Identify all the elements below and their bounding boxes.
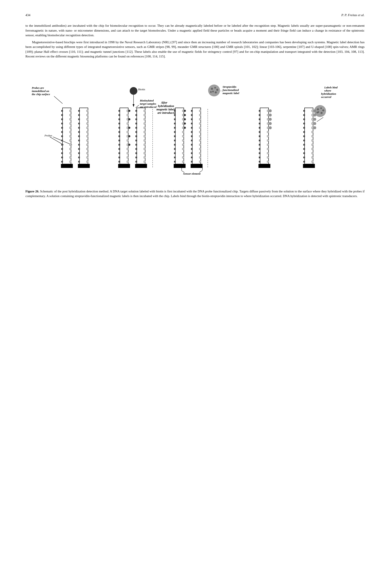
svg-rect-55 xyxy=(87,131,88,133)
svg-rect-258 xyxy=(303,123,305,124)
svg-rect-190 xyxy=(191,144,193,145)
svg-point-242 xyxy=(269,122,272,125)
svg-text:magnetic label: magnetic label xyxy=(223,91,239,95)
svg-rect-199 xyxy=(199,127,201,129)
svg-rect-170 xyxy=(182,127,184,129)
svg-rect-160 xyxy=(174,157,176,158)
svg-rect-53 xyxy=(87,123,88,124)
svg-point-136 xyxy=(208,85,220,96)
main-text: to the immobilized antibodies) are incub… xyxy=(25,23,365,59)
svg-rect-185 xyxy=(191,123,193,124)
svg-rect-27 xyxy=(70,131,71,133)
svg-rect-279 xyxy=(312,136,313,137)
svg-rect-251 xyxy=(267,157,269,158)
svg-rect-59 xyxy=(87,148,88,150)
svg-rect-257 xyxy=(303,118,305,120)
svg-rect-253 xyxy=(303,164,315,168)
svg-rect-154 xyxy=(174,131,176,133)
svg-rect-230 xyxy=(259,144,260,145)
svg-rect-35 xyxy=(78,164,90,168)
svg-text:Sensor element: Sensor element xyxy=(183,172,200,175)
svg-rect-196 xyxy=(199,114,201,116)
svg-point-238 xyxy=(269,114,272,117)
svg-point-95 xyxy=(128,135,130,137)
svg-rect-40 xyxy=(78,123,80,124)
svg-rect-204 xyxy=(199,148,201,150)
svg-rect-186 xyxy=(191,127,193,129)
svg-text:Probes: Probes xyxy=(44,134,52,137)
svg-point-138 xyxy=(214,87,216,89)
svg-rect-102 xyxy=(127,161,128,163)
svg-rect-11 xyxy=(61,118,63,120)
svg-rect-93 xyxy=(127,131,128,133)
svg-rect-248 xyxy=(267,144,269,145)
svg-rect-116 xyxy=(136,157,137,158)
svg-rect-52 xyxy=(87,118,88,120)
svg-rect-41 xyxy=(78,127,80,129)
svg-rect-96 xyxy=(127,140,128,141)
svg-point-163 xyxy=(184,110,186,112)
svg-rect-130 xyxy=(144,161,146,163)
svg-rect-118 xyxy=(144,110,146,112)
svg-rect-50 xyxy=(87,110,88,112)
svg-rect-62 xyxy=(87,161,88,163)
svg-rect-37 xyxy=(78,110,80,112)
page-author: P. P. Freitas et al. xyxy=(341,13,365,17)
svg-text:occurred: occurred xyxy=(321,95,331,98)
figure-caption: Figure 26. Schematic of the post hybridi… xyxy=(25,189,365,199)
svg-rect-91 xyxy=(127,127,128,129)
svg-rect-252 xyxy=(267,161,269,163)
svg-line-286 xyxy=(317,117,323,122)
svg-point-169 xyxy=(184,123,186,125)
svg-rect-197 xyxy=(199,118,201,120)
svg-rect-250 xyxy=(267,152,269,154)
svg-rect-206 xyxy=(199,157,201,158)
svg-rect-119 xyxy=(144,114,146,116)
svg-rect-188 xyxy=(191,136,193,137)
svg-text:magnetic labels: magnetic labels xyxy=(156,108,176,111)
svg-rect-276 xyxy=(312,127,313,129)
svg-rect-113 xyxy=(136,144,137,145)
svg-rect-26 xyxy=(70,127,71,129)
svg-point-89 xyxy=(128,118,130,120)
svg-rect-246 xyxy=(267,136,269,137)
svg-rect-264 xyxy=(303,148,305,150)
svg-point-271 xyxy=(313,114,316,117)
svg-point-240 xyxy=(269,118,272,121)
svg-rect-117 xyxy=(136,161,137,163)
svg-point-219 xyxy=(316,112,318,113)
svg-rect-77 xyxy=(118,131,120,133)
svg-point-215 xyxy=(320,107,322,109)
svg-rect-46 xyxy=(78,148,80,150)
svg-rect-168 xyxy=(182,123,184,124)
svg-rect-74 xyxy=(118,118,120,120)
svg-rect-228 xyxy=(259,136,260,137)
figure-diagram: Probes are immobilized on the chip surfa… xyxy=(25,67,365,185)
svg-point-137 xyxy=(211,88,213,90)
svg-rect-85 xyxy=(127,110,128,112)
svg-rect-101 xyxy=(127,157,128,158)
svg-rect-82 xyxy=(118,152,120,154)
svg-rect-61 xyxy=(87,157,88,158)
svg-rect-284 xyxy=(312,157,313,158)
svg-rect-203 xyxy=(199,144,201,145)
svg-point-63 xyxy=(130,87,137,95)
svg-rect-183 xyxy=(191,114,193,116)
svg-rect-161 xyxy=(174,161,176,163)
svg-rect-123 xyxy=(144,131,146,133)
svg-text:Biotinylated: Biotinylated xyxy=(140,99,154,102)
svg-rect-129 xyxy=(144,157,146,158)
svg-rect-198 xyxy=(199,123,201,124)
svg-rect-266 xyxy=(303,157,305,158)
svg-text:hybridization: hybridization xyxy=(158,104,174,108)
svg-rect-180 xyxy=(191,164,202,168)
svg-rect-94 xyxy=(127,136,128,137)
svg-rect-247 xyxy=(267,140,269,141)
svg-point-214 xyxy=(317,108,319,110)
svg-rect-151 xyxy=(174,118,176,120)
svg-rect-57 xyxy=(87,140,88,141)
svg-rect-84 xyxy=(118,161,120,163)
svg-rect-47 xyxy=(78,152,80,154)
svg-text:Labels bind: Labels bind xyxy=(324,86,338,89)
svg-text:target samples: target samples xyxy=(140,102,156,105)
